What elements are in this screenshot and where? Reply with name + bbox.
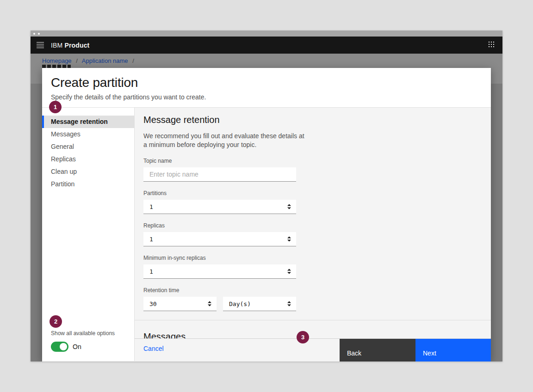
partitions-field: Partitions 1 [143, 190, 482, 214]
app-header: IBM Product [31, 37, 502, 54]
page-behind-modal: Homepage / Application name / 1 2 3 Crea… [31, 54, 502, 361]
nav-item-partition[interactable]: Partition [42, 178, 134, 190]
toggle-caption: Show all available options [51, 330, 115, 337]
modal-body: Message retention Messages General Repli… [42, 108, 491, 361]
replicas-field: Replicas 1 [143, 222, 482, 246]
modal-subtitle: Specify the details of the partitions yo… [51, 93, 491, 101]
form-scroll-area[interactable]: Message retention We recommend you fill … [135, 108, 491, 338]
retention-time-stepper[interactable]: 30 [143, 297, 217, 311]
cancel-button[interactable]: Cancel [143, 345, 164, 352]
stepper-arrows-icon[interactable] [287, 301, 291, 306]
back-button[interactable]: Back [340, 339, 415, 361]
menu-icon[interactable] [37, 42, 44, 49]
nav-item-general[interactable]: General [42, 141, 134, 153]
next-button[interactable]: Next [415, 339, 491, 361]
show-all-options-block: Show all available options On [51, 330, 115, 352]
section-nav: Message retention Messages General Repli… [42, 116, 134, 190]
stepper-arrows-icon[interactable] [208, 301, 211, 306]
partitions-stepper[interactable]: 1 [143, 200, 296, 214]
window-titlebar[interactable] [31, 31, 502, 37]
annotation-badge-3: 3 [297, 331, 309, 343]
partitions-label: Partitions [143, 190, 482, 196]
show-all-options-toggle[interactable] [51, 342, 68, 352]
nav-item-message-retention[interactable]: Message retention [42, 116, 134, 128]
retention-unit-select[interactable]: Day(s) [223, 297, 296, 311]
brand-suffix: Product [64, 42, 89, 49]
retention-time-value: 30 [149, 300, 157, 307]
min-insync-replicas-field: Minimum in-sync replicas 1 [143, 255, 482, 279]
modal-title: Create partition [51, 75, 491, 91]
modal-footer: Cancel Back Next [135, 338, 491, 361]
screenshot-stage: IBM Product Homepage / Application name … [0, 0, 533, 392]
min-insync-replicas-label: Minimum in-sync replicas [143, 255, 482, 261]
stepper-arrows-icon[interactable] [287, 237, 291, 242]
create-partition-tearsheet: 1 2 3 Create partition Specify the detai… [42, 68, 491, 361]
browser-window: IBM Product Homepage / Application name … [31, 31, 502, 361]
window-control-dot[interactable] [38, 33, 40, 35]
topic-name-field: Topic name [143, 158, 482, 182]
min-insync-replicas-stepper[interactable]: 1 [143, 264, 296, 279]
section-heading-message-retention: Message retention [143, 115, 482, 125]
annotation-badge-1: 1 [49, 101, 62, 113]
replicas-value: 1 [149, 236, 153, 243]
stepper-arrows-icon[interactable] [287, 269, 291, 274]
topic-name-input[interactable] [143, 167, 296, 182]
modal-form-column: Message retention We recommend you fill … [135, 108, 491, 361]
nav-item-clean-up[interactable]: Clean up [42, 165, 134, 178]
retention-unit-value: Day(s) [229, 300, 251, 307]
retention-time-field: Retention time 30 Day(s) [143, 287, 482, 311]
retention-time-label: Retention time [143, 287, 482, 294]
brand-prefix: IBM [51, 42, 62, 49]
nav-item-messages[interactable]: Messages [42, 128, 134, 141]
footer-cancel-area: Cancel [135, 339, 340, 361]
modal-header: Create partition Specify the details of … [42, 68, 491, 108]
app-switcher-icon[interactable] [489, 42, 496, 49]
toggle-knob [60, 343, 67, 350]
annotation-badge-2: 2 [50, 315, 62, 328]
product-brand: IBM Product [51, 42, 89, 49]
window-control-dot[interactable] [33, 33, 35, 35]
replicas-label: Replicas [143, 222, 482, 229]
topic-name-label: Topic name [143, 158, 482, 164]
replicas-stepper[interactable]: 1 [143, 232, 296, 246]
section-heading-messages: Messages [143, 331, 482, 338]
min-insync-replicas-value: 1 [149, 268, 153, 275]
section-divider [135, 320, 491, 320]
partitions-value: 1 [149, 203, 153, 210]
section-description: We recommend you fill out and evaluate t… [143, 132, 306, 149]
stepper-arrows-icon[interactable] [287, 204, 291, 209]
toggle-state-label: On [73, 343, 81, 350]
nav-item-replicas[interactable]: Replicas [42, 153, 134, 165]
